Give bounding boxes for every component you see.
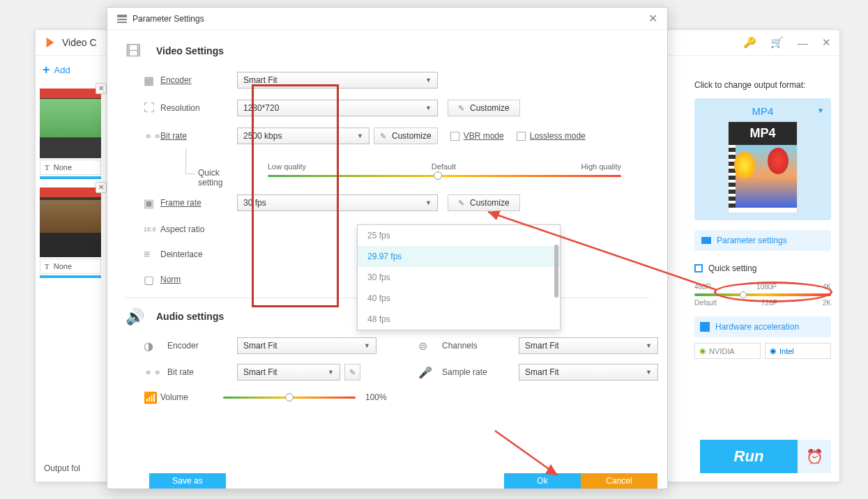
video-item[interactable]: ✕ TNone bbox=[40, 89, 101, 179]
close-icon[interactable]: ✕ bbox=[822, 36, 831, 49]
audio-bitrate-dropdown[interactable]: Smart Fit▼ bbox=[237, 364, 340, 381]
chip-icon bbox=[700, 322, 710, 332]
quality-slider[interactable]: Low quality Default High quality bbox=[268, 162, 649, 177]
parameter-settings-dialog: Parameter Settings ✕ 🎞 Video Settings ▦ … bbox=[107, 7, 668, 489]
samplerate-dropdown[interactable]: Smart Fit▼ bbox=[519, 364, 658, 381]
bitrate-dropdown[interactable]: 2500 kbps ▼ bbox=[237, 128, 370, 144]
video-item[interactable]: ✕ TNone bbox=[40, 187, 101, 278]
subtitle-none-button[interactable]: TNone bbox=[40, 259, 101, 274]
settings-icon bbox=[117, 15, 127, 23]
cart-icon[interactable]: 🛒 bbox=[770, 36, 784, 49]
pencil-icon: ✎ bbox=[349, 368, 356, 377]
audio-section-icon: 🔊 bbox=[125, 308, 146, 325]
fps-option[interactable]: 30 fps bbox=[358, 267, 560, 288]
volume-slider[interactable] bbox=[223, 397, 356, 399]
resolution-label: Resolution bbox=[160, 103, 237, 113]
remove-item-icon[interactable]: ✕ bbox=[96, 83, 107, 94]
quick-setting-label: Quick setting bbox=[694, 263, 831, 273]
framerate-label[interactable]: Frame rate bbox=[160, 198, 237, 208]
fps-option[interactable]: 48 fps bbox=[358, 309, 560, 330]
norm-icon: ▢ bbox=[144, 272, 160, 286]
customize-resolution-button[interactable]: ✎ Customize bbox=[448, 100, 520, 116]
format-name: MP4 bbox=[701, 105, 824, 117]
slider-knob[interactable] bbox=[740, 291, 747, 298]
aspect-label: Aspect ratio bbox=[160, 224, 237, 234]
encoder-label[interactable]: Encoder bbox=[160, 75, 237, 85]
run-button[interactable]: Run bbox=[700, 440, 798, 473]
fps-option[interactable]: 40 fps bbox=[358, 288, 560, 309]
customize-bitrate-button[interactable]: ✎ Customize bbox=[374, 128, 438, 144]
intel-button[interactable]: ◉Intel bbox=[765, 343, 831, 359]
right-panel: Click to change output format: MP4 ▼ MP4… bbox=[694, 80, 831, 359]
encoder-dropdown[interactable]: Smart Fit ▼ bbox=[237, 72, 438, 89]
change-format-label: Click to change output format: bbox=[694, 80, 831, 90]
encoder-icon: ▦ bbox=[144, 73, 160, 87]
sliders-icon bbox=[701, 237, 711, 244]
volume-label: Volume bbox=[160, 392, 223, 402]
chevron-down-icon: ▼ bbox=[425, 105, 432, 112]
checkbox-icon bbox=[450, 132, 459, 141]
audio-encoder-label: Encoder bbox=[167, 341, 230, 351]
chevron-down-icon: ▼ bbox=[425, 199, 432, 206]
nvidia-button[interactable]: ◉NVIDIA bbox=[694, 343, 761, 359]
chevron-down-icon: ▼ bbox=[646, 342, 652, 349]
chevron-down-icon: ▼ bbox=[328, 369, 334, 376]
parameter-settings-button[interactable]: Parameter settings bbox=[694, 230, 831, 251]
chevron-down-icon: ▼ bbox=[364, 342, 370, 349]
dialog-titlebar: Parameter Settings ✕ bbox=[107, 8, 667, 30]
plus-icon: + bbox=[43, 63, 50, 77]
bitrate-label[interactable]: Bit rate bbox=[160, 131, 237, 141]
progress-bar bbox=[40, 176, 101, 179]
norm-label[interactable]: Norm bbox=[160, 275, 237, 284]
app-title: Video C bbox=[62, 37, 97, 48]
lossless-mode-checkbox[interactable]: Lossless mode bbox=[517, 131, 586, 141]
resolution-slider[interactable]: 480P 1080P 4K Default 720P 2K bbox=[694, 283, 831, 307]
minimize-icon[interactable]: — bbox=[798, 37, 808, 49]
resolution-icon: ⛶ bbox=[144, 101, 160, 115]
slider-knob[interactable] bbox=[285, 393, 294, 401]
output-folder-label: Output fol bbox=[44, 463, 80, 473]
volume-percent: 100% bbox=[365, 392, 387, 402]
fps-option[interactable]: 29.97 fps bbox=[358, 246, 560, 267]
chevron-down-icon: ▼ bbox=[646, 369, 652, 376]
cancel-button[interactable]: Cancel bbox=[581, 473, 657, 489]
framerate-dropdown[interactable]: 30 fps ▼ bbox=[237, 194, 438, 211]
aspect-icon: 16:9 bbox=[144, 222, 160, 236]
close-icon[interactable]: ✕ bbox=[648, 12, 657, 25]
video-thumbnail bbox=[40, 89, 101, 158]
schedule-button[interactable]: ⏰ bbox=[798, 440, 831, 473]
key-icon[interactable]: 🔑 bbox=[743, 36, 756, 49]
customize-framerate-button[interactable]: ✎ Customize bbox=[448, 194, 520, 211]
pencil-icon: ✎ bbox=[380, 132, 386, 141]
quick-setting-tree: Quick setting bbox=[160, 155, 237, 183]
progress-bar bbox=[40, 275, 101, 278]
customize-audio-bitrate-button[interactable]: ✎ bbox=[344, 364, 360, 381]
audio-encoder-icon: ◑ bbox=[144, 339, 160, 353]
audio-section-title: Audio settings bbox=[156, 311, 224, 322]
vbr-mode-checkbox[interactable]: VBR mode bbox=[450, 131, 504, 141]
audio-bitrate-icon: ⚬⚬ bbox=[144, 365, 160, 379]
bitrate-icon: ⚬⚬ bbox=[144, 129, 160, 143]
remove-item-icon[interactable]: ✕ bbox=[96, 182, 107, 193]
pencil-icon: ✎ bbox=[458, 104, 464, 113]
subtitle-none-button[interactable]: TNone bbox=[40, 160, 101, 175]
channels-dropdown[interactable]: Smart Fit▼ bbox=[519, 337, 658, 354]
dialog-footer: Save as Ok Cancel bbox=[107, 473, 667, 489]
add-button[interactable]: + Add bbox=[43, 63, 70, 77]
video-section-title: Video Settings bbox=[156, 45, 224, 56]
scrollbar[interactable] bbox=[554, 245, 558, 298]
channels-label: Channels bbox=[442, 341, 512, 351]
fps-option[interactable]: 25 fps bbox=[358, 225, 560, 246]
save-as-button[interactable]: Save as bbox=[149, 473, 226, 489]
chevron-down-icon: ▼ bbox=[425, 77, 432, 84]
resolution-dropdown[interactable]: 1280*720 ▼ bbox=[237, 100, 438, 116]
deinterlace-icon: ≡ bbox=[144, 247, 160, 261]
slider-knob[interactable] bbox=[434, 171, 442, 180]
quick-setting-icon bbox=[694, 264, 703, 272]
hardware-acceleration-button[interactable]: Hardware acceleration bbox=[694, 316, 831, 337]
samplerate-label: Sample rate bbox=[442, 367, 512, 377]
framerate-menu[interactable]: 25 fps 29.97 fps 30 fps 40 fps 48 fps bbox=[357, 224, 561, 330]
audio-encoder-dropdown[interactable]: Smart Fit▼ bbox=[237, 337, 376, 354]
format-selector[interactable]: MP4 ▼ MP4 bbox=[694, 98, 831, 220]
ok-button[interactable]: Ok bbox=[504, 473, 581, 489]
